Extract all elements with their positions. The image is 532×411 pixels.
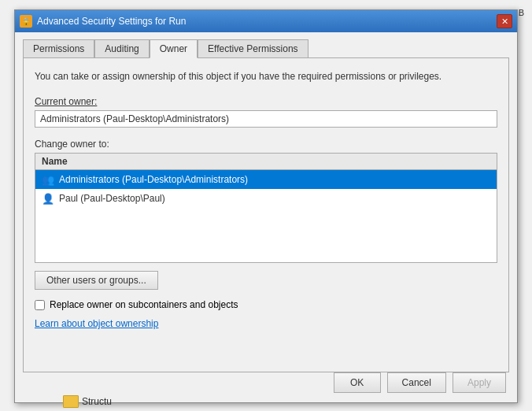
other-users-button[interactable]: Other users or groups... <box>35 271 158 290</box>
current-owner-field: Administrators (Paul-Desktop\Administrat… <box>35 110 497 128</box>
tab-auditing[interactable]: Auditing <box>94 39 149 58</box>
cancel-button[interactable]: Cancel <box>387 372 446 393</box>
title-bar-left: 🔒 Advanced Security Settings for Run <box>20 15 186 28</box>
current-owner-label: Current owner: <box>35 96 497 107</box>
user-label: Paul (Paul-Desktop\Paul) <box>59 193 165 204</box>
list-header: Name <box>35 154 497 170</box>
tab-permissions[interactable]: Permissions <box>23 39 94 58</box>
dialog-icon: 🔒 <box>20 15 32 28</box>
tab-bar: Permissions Auditing Owner Effective Per… <box>23 39 509 57</box>
list-item[interactable]: 👥 Administrators (Paul-Desktop\Administr… <box>35 170 497 189</box>
taskbar-item-structu[interactable]: Structu <box>63 395 112 408</box>
structu-label: Structu <box>82 396 112 407</box>
dialog-title: Advanced Security Settings for Run <box>37 16 186 27</box>
change-owner-label: Change owner to: <box>35 139 497 150</box>
tab-owner[interactable]: Owner <box>150 39 198 58</box>
tab-effective-permissions[interactable]: Effective Permissions <box>198 39 308 58</box>
list-item[interactable]: 👤 Paul (Paul-Desktop\Paul) <box>35 189 497 208</box>
user-icon: 👤 <box>42 192 54 205</box>
structu-folder-icon <box>63 395 79 408</box>
apply-button[interactable]: Apply <box>453 372 506 393</box>
main-panel: You can take or assign ownership of this… <box>23 57 509 372</box>
replace-owner-row: Replace owner on subcontainers and objec… <box>35 299 497 310</box>
title-bar: 🔒 Advanced Security Settings for Run ✕ <box>15 10 517 32</box>
learn-link[interactable]: Learn about object ownership <box>35 318 158 329</box>
dialog-content: Permissions Auditing Owner Effective Per… <box>15 32 517 380</box>
dialog-footer: OK Cancel Apply <box>334 372 506 393</box>
replace-owner-checkbox[interactable] <box>35 300 45 310</box>
dialog-window: 🔒 Advanced Security Settings for Run ✕ P… <box>14 9 518 403</box>
admins-icon: 👥 <box>42 173 54 186</box>
owners-list[interactable]: Name 👥 Administrators (Paul-Desktop\Admi… <box>35 153 497 263</box>
ok-button[interactable]: OK <box>334 372 381 393</box>
close-button[interactable]: ✕ <box>497 14 512 28</box>
admins-label: Administrators (Paul-Desktop\Administrat… <box>59 174 248 185</box>
replace-owner-label: Replace owner on subcontainers and objec… <box>50 299 238 310</box>
info-text: You can take or assign ownership of this… <box>35 69 497 83</box>
